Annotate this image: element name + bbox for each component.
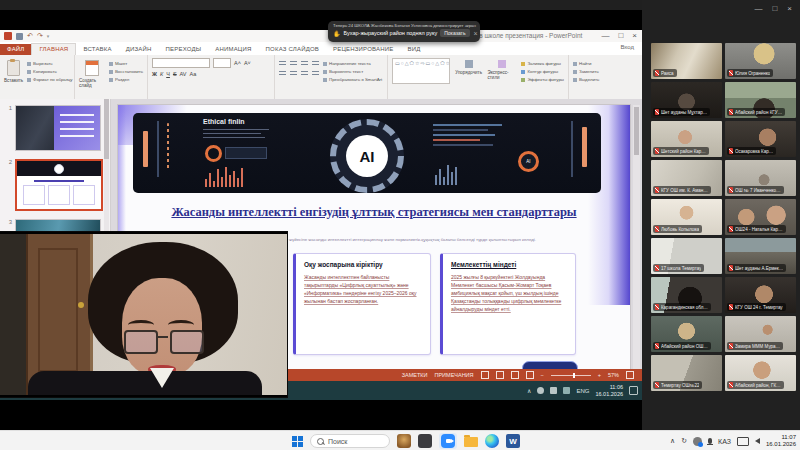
participant-tile[interactable]: Осакаровка Кар… (725, 121, 796, 157)
tray-chevron-icon[interactable]: ∧ (670, 437, 675, 445)
bullets-icon[interactable] (279, 61, 286, 67)
align-left-icon[interactable] (279, 71, 286, 77)
participant-tile[interactable]: Карагандинская обл… (651, 277, 722, 313)
tab-transitions[interactable]: ПЕРЕХОДЫ (159, 44, 209, 55)
slide-area-scrollbar[interactable] (633, 105, 640, 381)
participant-tile[interactable]: Абайский район КГУ… (725, 82, 796, 118)
shape-effects-button[interactable]: Эффекты фигуры (521, 77, 564, 82)
arrange-button[interactable]: Упорядочить (454, 58, 484, 102)
minimize-button[interactable]: — (601, 31, 609, 40)
tray-chevron-icon[interactable]: ∧ (527, 387, 531, 394)
participant-tile[interactable]: 17 школа Темиртау (651, 238, 722, 274)
shapes-gallery[interactable]: ▭○△⬠☆⇨▭○△⬠☆⇨▭○△ (392, 58, 450, 84)
dark-app-icon[interactable] (418, 434, 432, 448)
zoom-in-icon[interactable]: + (598, 372, 601, 378)
tray-display-icon[interactable] (737, 437, 749, 446)
change-case-button[interactable]: Аа (190, 71, 197, 77)
close-button[interactable]: × (787, 4, 792, 13)
layout-button[interactable]: Макет (109, 61, 143, 66)
zoom-app-active[interactable] (439, 433, 457, 449)
toast-close-icon[interactable]: × (474, 30, 478, 37)
tab-animations[interactable]: АНИМАЦИЯ (208, 44, 258, 55)
notification-icon[interactable] (629, 386, 638, 395)
shared-clock[interactable]: 11:06 16.01.2026 (595, 384, 623, 398)
participant-tile[interactable]: ОШ № 7 Иванченко… (725, 160, 796, 196)
zoom-slider[interactable] (551, 375, 591, 376)
section-button[interactable]: Раздел (109, 77, 143, 82)
notes-button[interactable]: ЗАМЕТКИ (402, 372, 428, 378)
select-button[interactable]: Выделить (573, 77, 599, 82)
normal-view-icon[interactable] (481, 371, 489, 379)
tray-network-icon[interactable] (563, 387, 570, 394)
paste-button[interactable]: Вставить (4, 58, 23, 102)
edge-browser-icon[interactable] (485, 434, 499, 448)
replace-button[interactable]: Заменить (573, 69, 599, 74)
slide-thumbnail-1[interactable] (15, 105, 101, 151)
tab-file[interactable]: ФАЙЛ (0, 44, 31, 55)
zoom-out-icon[interactable]: − (541, 372, 544, 378)
align-text-button[interactable]: Выровнять текст (323, 69, 382, 74)
find-button[interactable]: Найти (573, 61, 599, 66)
participant-tile[interactable]: Шетский район Кар… (651, 121, 722, 157)
indent-icon[interactable] (301, 61, 308, 67)
cut-button[interactable]: Вырезать (27, 61, 72, 66)
tray-volume-icon[interactable] (755, 438, 760, 444)
reset-button[interactable]: Восстановить (109, 69, 143, 74)
tray-sync-icon[interactable]: ↻ (681, 437, 687, 445)
justify-icon[interactable] (312, 71, 319, 77)
tab-slideshow[interactable]: ПОКАЗ СЛАЙДОВ (259, 44, 326, 55)
comments-button[interactable]: ПРИМЕЧАНИЯ (434, 372, 473, 378)
tab-insert[interactable]: ВСТАВКА (76, 44, 118, 55)
smartart-button[interactable]: Преобразовать в SmartArt (323, 77, 382, 82)
italic-button[interactable]: К (160, 71, 163, 77)
participant-tile[interactable]: Абайский район, ГК… (725, 355, 796, 391)
align-right-icon[interactable] (301, 71, 308, 77)
close-button[interactable]: × (632, 31, 637, 40)
tray-app-icon[interactable] (537, 387, 544, 394)
minimize-button[interactable]: — (754, 4, 762, 13)
participant-tile[interactable]: ОШ24 - Наталья Кар… (725, 199, 796, 235)
participant-tile[interactable]: Раиса (651, 43, 722, 79)
qat-customize-icon[interactable]: ▾ (47, 33, 50, 39)
tab-design[interactable]: ДИЗАЙН (119, 44, 159, 55)
slide-thumbnail-2-selected[interactable] (15, 159, 103, 211)
undo-icon[interactable]: ↶ (27, 32, 33, 40)
participant-tile[interactable]: Темиртау ОШ№22 (651, 355, 722, 391)
quick-styles-button[interactable]: Экспресс-стили (488, 58, 518, 102)
fit-to-window-icon[interactable] (626, 371, 634, 379)
participant-tile[interactable]: КГУ ОШ им. К. Аман… (651, 160, 722, 196)
tab-view[interactable]: ВИД (401, 44, 428, 55)
font-name-select[interactable] (152, 58, 210, 68)
word-app-icon[interactable]: W (506, 434, 520, 448)
eagle-app-icon[interactable] (397, 434, 411, 448)
speaker-video-overlay[interactable] (0, 232, 287, 397)
participant-tile[interactable]: Замира МММ Мура… (725, 316, 796, 352)
bold-button[interactable]: Ж (152, 71, 157, 77)
save-icon[interactable] (16, 33, 23, 40)
font-size-select[interactable] (213, 58, 231, 68)
start-button[interactable] (292, 436, 303, 447)
language-indicator[interactable]: КАЗ (718, 438, 731, 445)
shared-language-indicator[interactable]: ENG (576, 388, 589, 394)
tab-review[interactable]: РЕЦЕНЗИРОВАНИЕ (326, 44, 401, 55)
align-center-icon[interactable] (290, 71, 297, 77)
participant-tile[interactable]: Абайский район ОШ… (651, 316, 722, 352)
format-painter-button[interactable]: Формат по образцу (27, 77, 72, 82)
file-explorer-icon[interactable] (464, 437, 478, 447)
taskbar-search[interactable]: Поиск (310, 434, 390, 448)
sign-in-link[interactable]: Вход (620, 44, 634, 50)
toast-show-button[interactable]: Показать (440, 29, 469, 37)
line-spacing-icon[interactable] (312, 61, 319, 67)
slideshow-icon[interactable] (526, 371, 534, 379)
shape-fill-button[interactable]: Заливка фигуры (521, 61, 564, 66)
participant-tile[interactable]: Любовь Копылова (651, 199, 722, 235)
strikethrough-button[interactable]: S (173, 71, 177, 77)
copy-button[interactable]: Копировать (27, 69, 72, 74)
tab-home[interactable]: ГЛАВНАЯ (31, 43, 76, 55)
participant-tile[interactable]: Шет ауданы А.Ермек… (725, 238, 796, 274)
text-direction-button[interactable]: Направление текста (323, 61, 382, 66)
participant-tile[interactable]: Шет ауданы Мұхтар… (651, 82, 722, 118)
participant-tile[interactable]: КГУ ОШ 24 г. Темиртау (725, 277, 796, 313)
maximize-button[interactable]: □ (772, 4, 777, 13)
tray-mic-icon[interactable] (708, 438, 712, 444)
